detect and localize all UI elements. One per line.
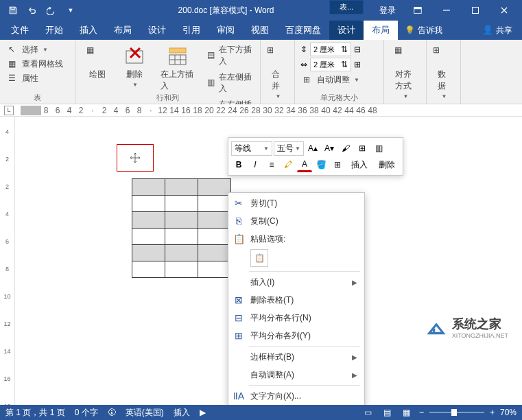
select-button[interactable]: ↖选择▼ [5,43,69,57]
view-read-icon[interactable]: ▭ [361,407,375,418]
document-table[interactable] [132,178,231,278]
minimize-icon[interactable] [433,1,460,20]
merge-button[interactable]: ⊞合并▼ [266,43,289,102]
qat-more-icon[interactable]: ▼ [62,1,80,19]
tab-selector-icon[interactable]: L [4,106,14,115]
props-icon: ☰ [8,73,19,84]
view-print-icon[interactable]: ▤ [381,407,394,418]
status-macro-icon[interactable]: ▶ [200,408,206,417]
ctx-insert[interactable]: 插入(I)▶ [228,273,364,291]
tab-view[interactable]: 视图 [243,21,277,40]
shading-icon[interactable]: 🪣 [313,157,329,172]
tab-layout[interactable]: 布局 [106,21,140,40]
ctx-border-style[interactable]: 边框样式(B)▶ [228,348,364,366]
view-gridlines-button[interactable]: ▦查看网格线 [5,57,69,71]
tab-design[interactable]: 设计 [140,21,174,40]
row-below-icon: ▤ [207,50,216,61]
document-title: 200.doc [兼容模式] - Word [80,5,372,16]
tell-me[interactable]: 💡 告诉我 [398,21,449,40]
group-table-label: 表 [0,93,75,103]
zoom-out-icon[interactable]: − [419,408,424,417]
ctx-autofit[interactable]: 自动调整(A)▶ [228,366,364,384]
properties-button[interactable]: ☰属性 [5,71,69,86]
font-family-select[interactable]: 等线▼ [231,141,272,156]
view-web-icon[interactable]: ▦ [400,407,414,418]
table-move-handle[interactable] [117,144,154,172]
context-menu: ✂剪切(T) ⎘复制(C) 📋粘贴选项: 📋 插入(I)▶ ⊠删除表格(T) ⊟… [228,192,365,420]
alignment-button[interactable]: ▦对齐方式▼ [390,43,420,102]
zoom-in-icon[interactable]: + [490,408,495,417]
row-height-input[interactable]: ⇅ [310,43,351,56]
insert-mini-button[interactable]: 插入 [346,157,372,172]
svg-rect-2 [473,8,479,14]
save-icon[interactable] [4,1,22,19]
undo-icon[interactable] [23,1,41,19]
format-painter-icon[interactable]: 🖌 [338,141,353,156]
bold-icon[interactable]: B [231,157,246,172]
share-button[interactable]: 👤 共享 [473,21,522,40]
svg-rect-5 [169,48,186,53]
zoom-slider[interactable] [429,412,484,413]
tab-file[interactable]: 文件 [3,21,37,40]
highlight-icon[interactable]: 🖍 [281,157,296,172]
dist-cols-icon[interactable]: ⊞ [354,60,361,69]
font-color-icon[interactable]: A [297,157,312,172]
redo-icon[interactable] [43,1,60,19]
ctx-copy[interactable]: ⎘复制(C) [228,212,364,230]
autofit-button[interactable]: ⊞自动调整▼ [300,73,378,87]
tab-baidu[interactable]: 百度网盘 [277,21,329,40]
align-icon: ▦ [394,45,416,67]
draw-icon: ▦ [86,45,108,67]
paste-option-1[interactable]: 📋 [250,249,268,267]
insert-below-button[interactable]: ▤在下方插入 [204,43,254,69]
dist-rows-icon[interactable]: ⊟ [354,45,361,54]
close-icon[interactable] [490,1,518,20]
delete-x-icon [123,45,145,67]
tab-table-layout[interactable]: 布局 [364,21,398,40]
status-accessibility-icon[interactable]: 🛈 [108,408,116,417]
status-insert[interactable]: 插入 [174,407,190,419]
font-size-select[interactable]: 五号▼ [274,141,304,156]
tab-insert[interactable]: 插入 [71,21,106,40]
cursor-icon: ↖ [8,45,19,56]
shrink-font-icon[interactable]: A▾ [322,141,337,156]
status-words[interactable]: 0 个字 [75,407,98,419]
mini-toolbar: 等线▼ 五号▼ A▴ A▾ 🖌 ⊞ ▥ B I ≡ 🖍 A 🪣 ⊞ 插入 删除 [228,137,403,176]
tab-references[interactable]: 引用 [174,21,209,40]
align-icon[interactable]: ≡ [264,157,279,172]
scissors-icon: ✂ [233,197,245,209]
clipboard-icon: 📋 [233,233,245,245]
zoom-level[interactable]: 70% [500,408,517,417]
status-language[interactable]: 英语(美国) [126,407,164,419]
ctx-dist-cols[interactable]: ⊞平均分布各列(Y) [228,327,364,345]
status-bar: 第 1 页，共 1 页 0 个字 🛈 英语(美国) 插入 ▶ ▭ ▤ ▦ − +… [0,405,522,420]
delete-mini-button[interactable]: 删除 [374,157,400,172]
table-style-icon[interactable]: ⊞ [355,141,370,156]
borders-icon[interactable]: ⊞ [330,157,345,172]
column-icon[interactable]: ▥ [371,141,386,156]
width-icon: ⇔ [300,60,307,69]
copy-icon: ⎘ [233,215,245,227]
ctx-dist-rows[interactable]: ⊟平均分布各行(N) [228,309,364,327]
horizontal-ruler[interactable]: L 8642·2468·1214161820222426283032343638… [0,104,522,117]
tab-home[interactable]: 开始 [37,21,71,40]
italic-icon[interactable]: I [248,157,263,172]
grid-icon: ▦ [8,59,19,70]
col-width-input[interactable]: ⇅ [310,58,351,71]
account-signin[interactable]: 登录 [372,1,403,20]
ctx-cut[interactable]: ✂剪切(T) [228,194,364,212]
data-button[interactable]: ⊞数据▼ [432,43,455,102]
grow-font-icon[interactable]: A▴ [305,141,320,156]
ribbon-options-icon[interactable] [404,1,431,20]
ctx-text-direction[interactable]: ⅡA文字方向(X)... [228,387,364,405]
status-page[interactable]: 第 1 页，共 1 页 [5,407,65,419]
insert-above-icon [167,45,189,67]
tab-table-design[interactable]: 设计 [329,21,364,40]
dist-cols-icon: ⊞ [233,329,245,342]
tab-review[interactable]: 审阅 [209,21,243,40]
vertical-ruler[interactable]: 42 246810121416182022 [0,117,15,405]
ctx-delete-table[interactable]: ⊠删除表格(T) [228,291,364,309]
delete-table-icon: ⊠ [233,294,245,306]
watermark: 系统之家XITONGZHIJIA.NET [425,316,508,339]
maximize-icon[interactable] [462,1,489,20]
